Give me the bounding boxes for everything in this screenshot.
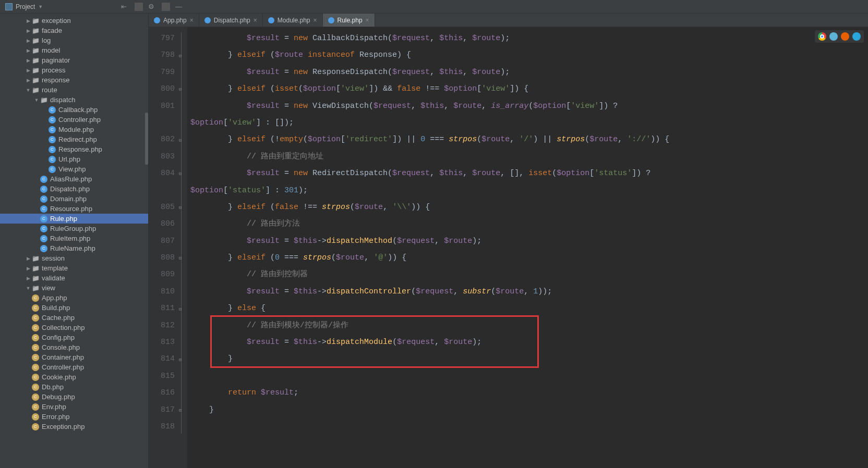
tree-folder[interactable]: facade (0, 26, 148, 35)
tree-arrow-icon[interactable] (25, 38, 31, 43)
tree-arrow-icon[interactable] (25, 88, 31, 93)
tree-arrow-icon[interactable] (25, 48, 31, 53)
code-line[interactable]: $result = new RedirectDispatch($request,… (190, 165, 868, 182)
gear-icon[interactable]: ⚙ (148, 3, 156, 11)
tree-file[interactable]: CCache.php (0, 313, 148, 323)
tree-file[interactable]: CView.php (0, 164, 148, 174)
code-line[interactable]: $result = new CallbackDispatch($request,… (190, 30, 868, 47)
code-line[interactable]: $result = $this->dispatchMethod($request… (190, 233, 868, 250)
close-icon[interactable]: × (254, 17, 257, 24)
tree-folder[interactable]: session (0, 253, 148, 263)
code-line[interactable]: // 路由到重定向地址 (190, 149, 868, 165)
tree-file[interactable]: CRedirect.php (0, 134, 148, 144)
tree-folder[interactable]: process (0, 65, 148, 75)
tree-file[interactable]: CUrl.php (0, 154, 148, 164)
tree-arrow-icon[interactable] (25, 68, 31, 73)
tree-file[interactable]: CController.php (0, 115, 148, 125)
tree-folder[interactable]: paginator (0, 55, 148, 65)
tree-folder[interactable]: validate (0, 273, 148, 283)
code-line[interactable]: // 路由到方法 (190, 216, 868, 232)
editor-tab[interactable]: Module.php× (263, 14, 323, 27)
tree-file[interactable]: CDb.php (0, 382, 148, 392)
code-line[interactable]: // 路由到控制器 (190, 266, 868, 283)
editor-tab[interactable]: App.php× (149, 14, 199, 27)
project-tool-button[interactable]: Project ▼ (0, 2, 48, 11)
collapse-icon[interactable]: ⇤ (121, 3, 129, 11)
tree-arrow-icon[interactable] (25, 276, 31, 281)
tree-folder[interactable]: view (0, 283, 148, 293)
code-line[interactable] (190, 368, 868, 385)
tree-file[interactable]: CError.php (0, 412, 148, 422)
code-line[interactable]: $result = $this->dispatchModule($request… (190, 334, 868, 351)
code-line[interactable]: } (190, 351, 868, 367)
editor-tab[interactable]: Rule.php× (323, 14, 375, 27)
tree-arrow-icon[interactable] (25, 28, 31, 33)
tree-file[interactable]: CRuleName.php (0, 243, 148, 253)
tree-file[interactable]: CAliasRule.php (0, 174, 148, 184)
scrollbar-thumb[interactable] (145, 113, 148, 165)
code-editor[interactable]: $result = new CallbackDispatch($request,… (187, 27, 868, 468)
code-line[interactable]: } elseif (!empty($option['redirect']) ||… (190, 131, 868, 148)
tree-arrow-icon[interactable] (25, 286, 31, 291)
code-line[interactable]: } elseif ($route instanceof Response) { (190, 47, 868, 64)
tree-arrow-icon[interactable] (25, 266, 31, 271)
tree-file[interactable]: CContainer.php (0, 352, 148, 362)
tree-file[interactable]: CRuleGroup.php (0, 224, 148, 233)
fold-icon[interactable]: ⊟ (179, 255, 182, 261)
tree-folder[interactable]: exception (0, 16, 148, 26)
tree-file[interactable]: CCookie.php (0, 372, 148, 382)
code-line[interactable]: $option['status'] : 301); (190, 182, 868, 199)
code-line[interactable]: $result = new ViewDispatch($request, $th… (190, 98, 868, 115)
code-line[interactable]: $result = new ResponseDispatch($request,… (190, 64, 868, 81)
tree-folder[interactable]: response (0, 75, 148, 85)
tree-file[interactable]: CApp.php (0, 293, 148, 303)
editor-tab[interactable]: Dispatch.php× (199, 14, 263, 27)
code-line[interactable]: $option['view'] : []); (190, 115, 868, 131)
fold-icon[interactable]: ⊟ (179, 53, 182, 58)
fold-icon[interactable]: ⊟ (179, 137, 182, 143)
code-line[interactable] (190, 418, 868, 435)
tree-folder[interactable]: route (0, 85, 148, 95)
fold-icon[interactable]: ⊟ (179, 87, 182, 92)
close-icon[interactable]: × (190, 17, 194, 24)
fold-icon[interactable]: ⊡ (179, 356, 182, 362)
tree-file[interactable]: CResponse.php (0, 144, 148, 154)
code-line[interactable]: } elseif (0 === strpos($route, '@')) { (190, 250, 868, 266)
tree-file[interactable]: CRule.php (0, 214, 148, 224)
tree-file[interactable]: CConsole.php (0, 342, 148, 352)
tree-folder[interactable]: model (0, 45, 148, 55)
code-line[interactable]: // 路由到模块/控制器/操作 (190, 317, 868, 334)
tree-file[interactable]: CDebug.php (0, 392, 148, 402)
tree-file[interactable]: CController.php (0, 362, 148, 372)
project-sidebar[interactable]: exceptionfacadelogmodelpaginatorprocessr… (0, 14, 149, 468)
code-line[interactable]: } (190, 402, 868, 418)
code-line[interactable]: return $result; (190, 385, 868, 401)
tree-arrow-icon[interactable] (25, 58, 31, 63)
tree-file[interactable]: CConfig.php (0, 332, 148, 342)
tree-file[interactable]: CModule.php (0, 125, 148, 134)
code-line[interactable]: } elseif (isset($option['view']) && fals… (190, 81, 868, 97)
close-icon[interactable]: × (314, 17, 317, 24)
tree-arrow-icon[interactable] (25, 18, 31, 23)
tree-arrow-icon[interactable] (25, 78, 31, 83)
tree-file[interactable]: CRuleItem.php (0, 233, 148, 243)
fold-icon[interactable]: ⊟ (179, 171, 182, 177)
tree-file[interactable]: CResource.php (0, 204, 148, 214)
fold-icon[interactable]: ⊡ (179, 408, 182, 413)
tree-file[interactable]: CDomain.php (0, 194, 148, 204)
fold-icon[interactable]: ⊟ (179, 205, 182, 211)
fold-icon[interactable]: ⊟ (179, 306, 182, 312)
tree-folder[interactable]: dispatch (0, 95, 148, 105)
code-line[interactable]: } elseif (false !== strpos($route, '\\')… (190, 199, 868, 216)
close-icon[interactable]: × (366, 17, 369, 24)
tree-folder[interactable]: log (0, 35, 148, 45)
tree-file[interactable]: CException.php (0, 422, 148, 432)
code-line[interactable]: $result = $this->dispatchController($req… (190, 284, 868, 300)
tree-arrow-icon[interactable] (33, 97, 40, 103)
tree-folder[interactable]: template (0, 263, 148, 273)
tree-file[interactable]: CEnv.php (0, 402, 148, 412)
tree-file[interactable]: CCollection.php (0, 323, 148, 332)
tree-file[interactable]: CCallback.php (0, 105, 148, 115)
tree-file[interactable]: CBuild.php (0, 303, 148, 313)
tree-file[interactable]: CDispatch.php (0, 184, 148, 194)
